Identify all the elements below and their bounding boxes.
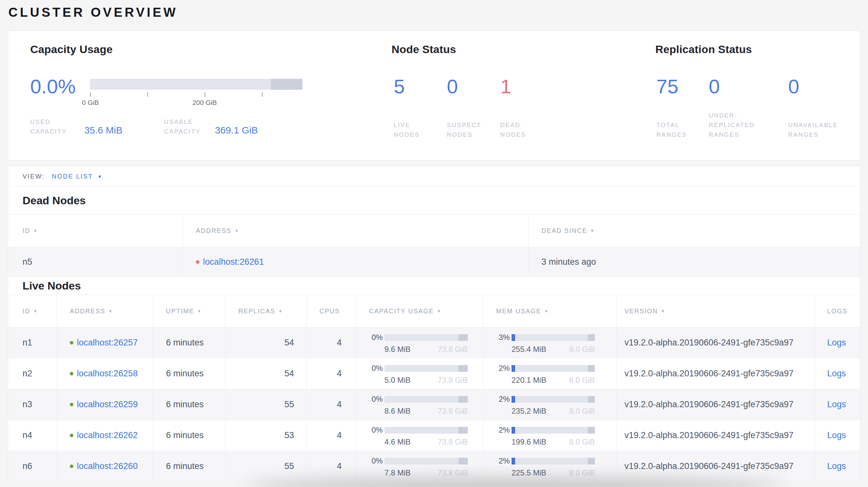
dead-nodes-heading-text: Dead Nodes [23, 194, 86, 207]
live-col-logs: LOGS [815, 295, 861, 327]
gauge-tick [147, 92, 148, 97]
live-col-address[interactable]: ADDRESS ▼ [57, 295, 153, 327]
sort-arrow-icon: ▼ [235, 228, 239, 233]
mem-bar-fill [512, 334, 515, 341]
dead-col-id-label: ID [23, 227, 30, 234]
mem-bar-fill [512, 458, 515, 464]
live-node-capacity-usage: 0% 4.6 MiB 73.8 GiB [356, 420, 483, 451]
live-node-uptime: 6 minutes [153, 420, 225, 451]
chevron-down-icon: ▼ [97, 174, 103, 179]
dead-col-id[interactable]: ID ▼ [8, 215, 183, 247]
mem-used-value: 220.1 MiB [512, 376, 546, 385]
live-node-address-link[interactable]: localhost:26259 [77, 399, 138, 410]
dead-node-address-link[interactable]: localhost:26261 [203, 257, 264, 267]
dead-col-address-label: ADDRESS [196, 227, 231, 234]
suspect-nodes-label: SUSPECT NODES [447, 120, 481, 140]
capacity-percent: 0.0% [30, 76, 75, 97]
under-replicated-count: 0 [709, 76, 783, 97]
logs-link[interactable]: Logs [827, 369, 846, 379]
usable-capacity-value: 369.1 GiB [215, 125, 258, 136]
mem-pct: 2% [499, 395, 509, 404]
live-nodes-heading-text: Live Nodes [23, 280, 81, 292]
capacity-total-value: 73.8 GiB [438, 437, 468, 447]
total-ranges-label: TOTAL RANGES [656, 120, 687, 140]
capacity-total-value: 73.8 GiB [438, 468, 468, 477]
live-node-cpus: 4 [306, 358, 356, 389]
logs-link[interactable]: Logs [827, 399, 846, 410]
live-node-address-link[interactable]: localhost:26260 [77, 461, 138, 471]
logs-link[interactable]: Logs [827, 461, 846, 471]
live-node-version: v19.2.0-alpha.20190606-2491-gfe735c9a97 [616, 327, 815, 358]
capacity-bar-reserved [459, 365, 468, 372]
mem-bar [512, 396, 595, 403]
used-capacity-label: USED CAPACITY [30, 117, 84, 136]
live-node-mem-usage: 2% 199.6 MiB 8.0 GiB [483, 420, 616, 451]
sort-arrow-icon: ▼ [33, 309, 38, 314]
capacity-pct: 0% [372, 364, 382, 373]
dead-nodes-stat: 1 DEAD NODES [500, 76, 574, 140]
capacity-bar-reserved [459, 427, 468, 433]
live-col-mem-usage[interactable]: MEM USAGE ▼ [483, 295, 616, 327]
live-status-icon [70, 341, 73, 345]
capacity-gauge: 0 GiB 200 GiB [90, 79, 302, 90]
live-col-capacity-usage[interactable]: CAPACITY USAGE ▼ [356, 295, 483, 327]
live-node-uptime: 6 minutes [153, 358, 225, 389]
live-node-capacity-usage: 0% 7.8 MiB 73.8 GiB [356, 451, 483, 482]
live-node-cpus: 4 [306, 327, 356, 358]
mem-used-value: 199.6 MiB [512, 437, 546, 447]
view-label: VIEW: [23, 173, 45, 180]
logs-link[interactable]: Logs [827, 338, 846, 348]
live-node-address-link[interactable]: localhost:26258 [77, 369, 138, 379]
mem-bar-fill [512, 427, 515, 433]
gauge-tick [205, 92, 205, 97]
live-nodes-heading: Live Nodes [8, 277, 860, 295]
dead-nodes-count: 1 [500, 76, 574, 97]
live-node-mem-usage: 3% 255.4 MiB 8.0 GiB [483, 327, 616, 358]
live-col-logs-label: LOGS [827, 307, 848, 315]
mem-pct: 2% [499, 364, 509, 373]
usable-capacity-label: USABLE CAPACITY [164, 117, 215, 136]
node-list-panel: VIEW: NODE LIST ▼ Dead Nodes ID ▼ ADDRES… [8, 166, 860, 482]
live-col-replicas[interactable]: REPLICAS ▼ [225, 295, 306, 327]
mem-bar [512, 458, 595, 464]
dead-col-dead-since[interactable]: DEAD SINCE ▼ [528, 215, 861, 247]
dead-node-address-cell: localhost:26261 [183, 247, 528, 276]
gauge-tick [90, 92, 91, 97]
live-node-capacity-usage: 0% 9.6 MiB 73.8 GiB [356, 327, 483, 358]
capacity-gauge-reserved-segment [271, 79, 302, 90]
live-node-address-link[interactable]: localhost:26262 [77, 430, 138, 441]
live-col-id[interactable]: ID ▼ [8, 295, 57, 327]
live-col-version[interactable]: VERSION ▼ [616, 295, 815, 327]
live-node-row: n2 localhost:26258 6 minutes 54 4 0% 5.0… [8, 358, 860, 389]
live-node-mem-usage: 2% 225.5 MiB 8.0 GiB [483, 451, 616, 482]
live-node-uptime: 6 minutes [153, 327, 225, 358]
sort-arrow-icon: ▼ [661, 309, 665, 314]
live-status-icon [70, 464, 73, 468]
dead-col-address[interactable]: ADDRESS ▼ [183, 215, 528, 247]
replication-status-heading: Replication Status [655, 43, 752, 56]
live-node-replicas: 53 [225, 420, 306, 451]
live-col-version-label: VERSION [624, 307, 658, 315]
mem-bar-fill [512, 396, 515, 403]
capacity-gauge-bar [90, 79, 302, 90]
live-node-logs-cell: Logs [815, 389, 861, 420]
under-replicated-ranges-stat: 0 UNDER- REPLICATED RANGES [709, 76, 783, 140]
live-col-capacity-usage-label: CAPACITY USAGE [369, 307, 434, 315]
mem-used-value: 255.4 MiB [512, 345, 546, 354]
capacity-pct: 0% [372, 395, 382, 404]
live-col-id-label: ID [23, 307, 30, 315]
mem-pct: 2% [499, 426, 509, 434]
view-dropdown[interactable]: NODE LIST ▼ [52, 173, 103, 180]
live-node-address-cell: localhost:26260 [57, 451, 153, 482]
live-node-row: n1 localhost:26257 6 minutes 54 4 0% 9.6… [8, 327, 860, 358]
live-col-uptime[interactable]: UPTIME ▼ [153, 295, 225, 327]
live-node-uptime: 6 minutes [153, 451, 225, 482]
sort-arrow-icon: ▼ [33, 228, 38, 233]
live-node-id: n2 [8, 358, 57, 389]
capacity-bar-reserved [459, 334, 468, 341]
view-dropdown-value: NODE LIST [52, 173, 93, 180]
dead-node-row: n5 localhost:26261 3 minutes ago [8, 247, 860, 277]
dead-nodes-heading: Dead Nodes [8, 187, 860, 214]
live-node-address-link[interactable]: localhost:26257 [77, 338, 138, 348]
logs-link[interactable]: Logs [827, 430, 846, 441]
